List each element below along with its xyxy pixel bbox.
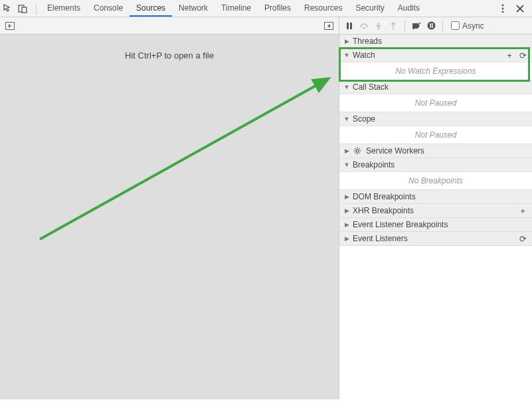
svg-line-20 <box>355 148 355 149</box>
breakpoints-header[interactable]: ▼ Breakpoints <box>339 158 532 171</box>
pause-icon[interactable] <box>343 20 355 32</box>
svg-point-15 <box>356 150 359 152</box>
async-checkbox-wrap[interactable]: Async <box>451 21 484 31</box>
async-checkbox[interactable] <box>451 21 460 30</box>
main-area: Hit Ctrl+P to open a file ▶ Threads ▼ Wa… <box>0 35 532 416</box>
debugger-sidebar: ▶ Threads ▼ Watch + ⟳ No Watch Expressio… <box>339 35 532 416</box>
refresh-watch-icon[interactable]: ⟳ <box>517 50 528 60</box>
svg-point-12 <box>427 22 435 30</box>
watch-label: Watch <box>353 51 501 60</box>
svg-point-10 <box>378 28 380 30</box>
svg-line-23 <box>355 153 355 154</box>
show-debugger-icon[interactable] <box>323 20 335 32</box>
eventlisteners-header[interactable]: ▶ Event Listeners ⟳ <box>339 232 532 245</box>
svg-point-3 <box>502 7 504 9</box>
editor-hint: Hit Ctrl+P to open a file <box>125 51 214 60</box>
separator <box>36 3 37 15</box>
xhrbreakpoints-header[interactable]: ▶ XHR Breakpoints + <box>339 204 532 217</box>
tab-console[interactable]: Console <box>87 0 130 17</box>
close-icon[interactable] <box>515 3 525 14</box>
scope-header[interactable]: ▼ Scope <box>339 112 532 126</box>
tab-elements[interactable]: Elements <box>41 0 87 17</box>
chevron-right-icon: ▶ <box>343 193 350 200</box>
eventlistenerbp-label: Event Listener Breakpoints <box>353 220 528 229</box>
gear-icon[interactable] <box>353 146 362 156</box>
eventlistenerbp-header[interactable]: ▶ Event Listener Breakpoints <box>339 218 532 231</box>
section-eventlisteners: ▶ Event Listeners ⟳ <box>339 232 532 246</box>
svg-rect-13 <box>430 23 431 28</box>
section-xhrbreakpoints: ▶ XHR Breakpoints + <box>339 204 532 218</box>
topbar-left-icons <box>3 3 32 14</box>
callstack-label: Call Stack <box>353 82 528 92</box>
svg-point-11 <box>393 28 395 30</box>
serviceworkers-header[interactable]: ▶ Service Workers <box>339 144 532 157</box>
svg-point-4 <box>502 11 504 13</box>
chevron-right-icon: ▶ <box>343 221 350 228</box>
chevron-down-icon: ▼ <box>343 116 350 122</box>
svg-point-9 <box>363 27 365 29</box>
step-over-icon[interactable] <box>358 20 370 32</box>
tab-profiles[interactable]: Profiles <box>258 0 298 17</box>
svg-rect-1 <box>22 7 27 13</box>
threads-header[interactable]: ▶ Threads <box>339 35 532 48</box>
debugger-toolbar: Async <box>339 17 532 34</box>
watch-header[interactable]: ▼ Watch + ⟳ <box>339 49 532 62</box>
svg-rect-14 <box>432 23 433 28</box>
chevron-right-icon: ▶ <box>343 148 350 154</box>
inspect-icon[interactable] <box>3 3 13 14</box>
tab-sources[interactable]: Sources <box>130 0 172 17</box>
callstack-header[interactable]: ▼ Call Stack <box>339 80 532 94</box>
chevron-right-icon: ▶ <box>343 38 350 45</box>
serviceworkers-label: Service Workers <box>366 146 528 156</box>
eventlisteners-label: Event Listeners <box>353 234 515 243</box>
menu-icon[interactable] <box>497 3 508 14</box>
section-breakpoints: ▼ Breakpoints No Breakpoints <box>339 158 532 190</box>
device-mode-icon[interactable] <box>17 3 28 14</box>
tab-resources[interactable]: Resources <box>298 0 349 17</box>
pause-on-exceptions-icon[interactable] <box>425 20 437 32</box>
separator <box>404 21 405 31</box>
devtools-tabs: Elements Console Sources Network Timelin… <box>41 0 426 17</box>
add-xhr-icon[interactable]: + <box>517 205 528 216</box>
chevron-right-icon: ▶ <box>343 235 350 242</box>
refresh-listeners-icon[interactable]: ⟳ <box>517 233 528 244</box>
section-serviceworkers: ▶ Service Workers <box>339 144 532 158</box>
show-navigator-icon[interactable] <box>4 20 16 32</box>
chevron-down-icon: ▼ <box>343 84 350 90</box>
tab-audits[interactable]: Audits <box>391 0 426 17</box>
breakpoints-body: No Breakpoints <box>339 171 532 189</box>
section-scope: ▼ Scope Not Paused <box>339 112 532 144</box>
editor-pane: Hit Ctrl+P to open a file <box>0 35 339 399</box>
async-label: Async <box>462 21 484 31</box>
scope-body: Not Paused <box>339 126 532 144</box>
section-callstack: ▼ Call Stack Not Paused <box>339 80 532 112</box>
dombreakpoints-header[interactable]: ▶ DOM Breakpoints <box>339 190 532 203</box>
chevron-down-icon: ▼ <box>343 161 350 168</box>
svg-point-2 <box>502 4 504 6</box>
tab-security[interactable]: Security <box>349 0 391 17</box>
section-dombreakpoints: ▶ DOM Breakpoints <box>339 190 532 204</box>
step-out-icon[interactable] <box>387 20 399 32</box>
svg-rect-8 <box>350 23 352 29</box>
topbar-right <box>497 3 529 14</box>
dombreakpoints-label: DOM Breakpoints <box>353 192 528 201</box>
section-threads: ▶ Threads <box>339 35 532 49</box>
svg-line-21 <box>359 153 360 154</box>
svg-line-22 <box>359 148 360 149</box>
svg-rect-7 <box>347 23 349 29</box>
tab-timeline[interactable]: Timeline <box>215 0 258 17</box>
tab-network[interactable]: Network <box>172 0 215 17</box>
watch-body: No Watch Expressions <box>339 62 532 80</box>
xhrbreakpoints-label: XHR Breakpoints <box>353 206 515 215</box>
devtools-topbar: Elements Console Sources Network Timelin… <box>0 0 532 17</box>
section-eventlistenerbp: ▶ Event Listener Breakpoints <box>339 218 532 232</box>
callstack-body: Not Paused <box>339 94 532 112</box>
chevron-right-icon: ▶ <box>343 207 350 214</box>
separator <box>442 21 443 31</box>
deactivate-breakpoints-icon[interactable] <box>410 20 422 32</box>
add-watch-icon[interactable]: + <box>504 50 515 60</box>
step-into-icon[interactable] <box>373 20 385 32</box>
editor-toolbar <box>0 17 339 34</box>
scope-label: Scope <box>353 114 528 124</box>
threads-label: Threads <box>353 37 528 46</box>
